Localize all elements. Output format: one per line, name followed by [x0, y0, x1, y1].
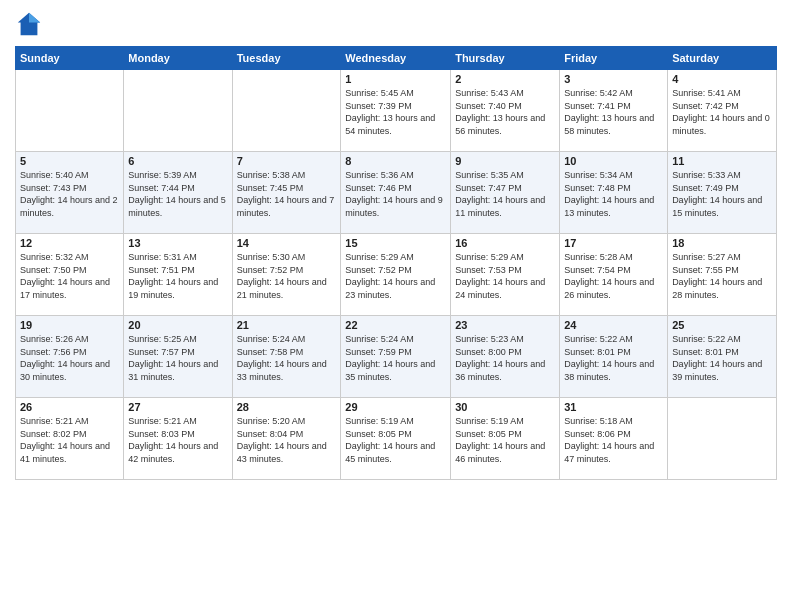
day-info: Sunrise: 5:35 AMSunset: 7:47 PMDaylight:…: [455, 169, 555, 219]
day-number: 12: [20, 237, 119, 249]
day-info: Sunrise: 5:19 AMSunset: 8:05 PMDaylight:…: [345, 415, 446, 465]
day-number: 14: [237, 237, 337, 249]
logo: [15, 10, 48, 38]
day-number: 11: [672, 155, 772, 167]
calendar-week-row: 19Sunrise: 5:26 AMSunset: 7:56 PMDayligh…: [16, 316, 777, 398]
calendar-cell: 14Sunrise: 5:30 AMSunset: 7:52 PMDayligh…: [232, 234, 341, 316]
calendar: SundayMondayTuesdayWednesdayThursdayFrid…: [15, 46, 777, 480]
calendar-header-row: SundayMondayTuesdayWednesdayThursdayFrid…: [16, 47, 777, 70]
day-number: 17: [564, 237, 663, 249]
calendar-cell: 30Sunrise: 5:19 AMSunset: 8:05 PMDayligh…: [451, 398, 560, 480]
calendar-cell: 11Sunrise: 5:33 AMSunset: 7:49 PMDayligh…: [668, 152, 777, 234]
day-number: 23: [455, 319, 555, 331]
calendar-week-row: 12Sunrise: 5:32 AMSunset: 7:50 PMDayligh…: [16, 234, 777, 316]
day-info: Sunrise: 5:32 AMSunset: 7:50 PMDaylight:…: [20, 251, 119, 301]
calendar-cell: [16, 70, 124, 152]
day-info: Sunrise: 5:36 AMSunset: 7:46 PMDaylight:…: [345, 169, 446, 219]
day-of-week-header: Thursday: [451, 47, 560, 70]
day-info: Sunrise: 5:39 AMSunset: 7:44 PMDaylight:…: [128, 169, 227, 219]
day-info: Sunrise: 5:31 AMSunset: 7:51 PMDaylight:…: [128, 251, 227, 301]
day-info: Sunrise: 5:18 AMSunset: 8:06 PMDaylight:…: [564, 415, 663, 465]
day-of-week-header: Monday: [124, 47, 232, 70]
day-number: 1: [345, 73, 446, 85]
day-info: Sunrise: 5:34 AMSunset: 7:48 PMDaylight:…: [564, 169, 663, 219]
day-info: Sunrise: 5:23 AMSunset: 8:00 PMDaylight:…: [455, 333, 555, 383]
calendar-week-row: 5Sunrise: 5:40 AMSunset: 7:43 PMDaylight…: [16, 152, 777, 234]
day-info: Sunrise: 5:19 AMSunset: 8:05 PMDaylight:…: [455, 415, 555, 465]
day-number: 5: [20, 155, 119, 167]
day-number: 3: [564, 73, 663, 85]
day-info: Sunrise: 5:21 AMSunset: 8:03 PMDaylight:…: [128, 415, 227, 465]
day-number: 31: [564, 401, 663, 413]
calendar-cell: 12Sunrise: 5:32 AMSunset: 7:50 PMDayligh…: [16, 234, 124, 316]
calendar-cell: 22Sunrise: 5:24 AMSunset: 7:59 PMDayligh…: [341, 316, 451, 398]
calendar-cell: 4Sunrise: 5:41 AMSunset: 7:42 PMDaylight…: [668, 70, 777, 152]
day-number: 22: [345, 319, 446, 331]
day-number: 24: [564, 319, 663, 331]
calendar-cell: 24Sunrise: 5:22 AMSunset: 8:01 PMDayligh…: [560, 316, 668, 398]
day-info: Sunrise: 5:41 AMSunset: 7:42 PMDaylight:…: [672, 87, 772, 137]
day-number: 27: [128, 401, 227, 413]
calendar-cell: 28Sunrise: 5:20 AMSunset: 8:04 PMDayligh…: [232, 398, 341, 480]
day-info: Sunrise: 5:24 AMSunset: 7:58 PMDaylight:…: [237, 333, 337, 383]
day-number: 28: [237, 401, 337, 413]
calendar-cell: 27Sunrise: 5:21 AMSunset: 8:03 PMDayligh…: [124, 398, 232, 480]
calendar-week-row: 1Sunrise: 5:45 AMSunset: 7:39 PMDaylight…: [16, 70, 777, 152]
day-info: Sunrise: 5:28 AMSunset: 7:54 PMDaylight:…: [564, 251, 663, 301]
header: [15, 10, 777, 38]
day-info: Sunrise: 5:45 AMSunset: 7:39 PMDaylight:…: [345, 87, 446, 137]
day-number: 7: [237, 155, 337, 167]
calendar-cell: 7Sunrise: 5:38 AMSunset: 7:45 PMDaylight…: [232, 152, 341, 234]
day-info: Sunrise: 5:27 AMSunset: 7:55 PMDaylight:…: [672, 251, 772, 301]
day-of-week-header: Tuesday: [232, 47, 341, 70]
calendar-cell: 17Sunrise: 5:28 AMSunset: 7:54 PMDayligh…: [560, 234, 668, 316]
day-number: 20: [128, 319, 227, 331]
day-number: 6: [128, 155, 227, 167]
day-info: Sunrise: 5:26 AMSunset: 7:56 PMDaylight:…: [20, 333, 119, 383]
calendar-cell: 21Sunrise: 5:24 AMSunset: 7:58 PMDayligh…: [232, 316, 341, 398]
day-number: 21: [237, 319, 337, 331]
day-info: Sunrise: 5:22 AMSunset: 8:01 PMDaylight:…: [564, 333, 663, 383]
day-info: Sunrise: 5:25 AMSunset: 7:57 PMDaylight:…: [128, 333, 227, 383]
day-number: 4: [672, 73, 772, 85]
calendar-cell: 10Sunrise: 5:34 AMSunset: 7:48 PMDayligh…: [560, 152, 668, 234]
day-of-week-header: Wednesday: [341, 47, 451, 70]
calendar-cell: 13Sunrise: 5:31 AMSunset: 7:51 PMDayligh…: [124, 234, 232, 316]
day-info: Sunrise: 5:38 AMSunset: 7:45 PMDaylight:…: [237, 169, 337, 219]
calendar-cell: 20Sunrise: 5:25 AMSunset: 7:57 PMDayligh…: [124, 316, 232, 398]
calendar-cell: 2Sunrise: 5:43 AMSunset: 7:40 PMDaylight…: [451, 70, 560, 152]
day-of-week-header: Sunday: [16, 47, 124, 70]
day-number: 16: [455, 237, 555, 249]
logo-icon: [15, 10, 43, 38]
day-info: Sunrise: 5:21 AMSunset: 8:02 PMDaylight:…: [20, 415, 119, 465]
calendar-week-row: 26Sunrise: 5:21 AMSunset: 8:02 PMDayligh…: [16, 398, 777, 480]
calendar-cell: 31Sunrise: 5:18 AMSunset: 8:06 PMDayligh…: [560, 398, 668, 480]
svg-marker-1: [29, 13, 40, 23]
calendar-cell: 6Sunrise: 5:39 AMSunset: 7:44 PMDaylight…: [124, 152, 232, 234]
day-number: 18: [672, 237, 772, 249]
calendar-cell: 19Sunrise: 5:26 AMSunset: 7:56 PMDayligh…: [16, 316, 124, 398]
day-number: 10: [564, 155, 663, 167]
day-number: 25: [672, 319, 772, 331]
calendar-cell: [124, 70, 232, 152]
calendar-cell: 26Sunrise: 5:21 AMSunset: 8:02 PMDayligh…: [16, 398, 124, 480]
calendar-cell: 3Sunrise: 5:42 AMSunset: 7:41 PMDaylight…: [560, 70, 668, 152]
calendar-cell: 15Sunrise: 5:29 AMSunset: 7:52 PMDayligh…: [341, 234, 451, 316]
day-number: 2: [455, 73, 555, 85]
day-number: 15: [345, 237, 446, 249]
calendar-cell: 1Sunrise: 5:45 AMSunset: 7:39 PMDaylight…: [341, 70, 451, 152]
day-info: Sunrise: 5:29 AMSunset: 7:53 PMDaylight:…: [455, 251, 555, 301]
calendar-cell: [668, 398, 777, 480]
day-info: Sunrise: 5:22 AMSunset: 8:01 PMDaylight:…: [672, 333, 772, 383]
day-number: 9: [455, 155, 555, 167]
day-info: Sunrise: 5:40 AMSunset: 7:43 PMDaylight:…: [20, 169, 119, 219]
calendar-cell: 8Sunrise: 5:36 AMSunset: 7:46 PMDaylight…: [341, 152, 451, 234]
day-number: 29: [345, 401, 446, 413]
calendar-cell: 16Sunrise: 5:29 AMSunset: 7:53 PMDayligh…: [451, 234, 560, 316]
day-of-week-header: Saturday: [668, 47, 777, 70]
day-number: 30: [455, 401, 555, 413]
day-number: 26: [20, 401, 119, 413]
calendar-cell: 29Sunrise: 5:19 AMSunset: 8:05 PMDayligh…: [341, 398, 451, 480]
day-number: 13: [128, 237, 227, 249]
day-info: Sunrise: 5:33 AMSunset: 7:49 PMDaylight:…: [672, 169, 772, 219]
